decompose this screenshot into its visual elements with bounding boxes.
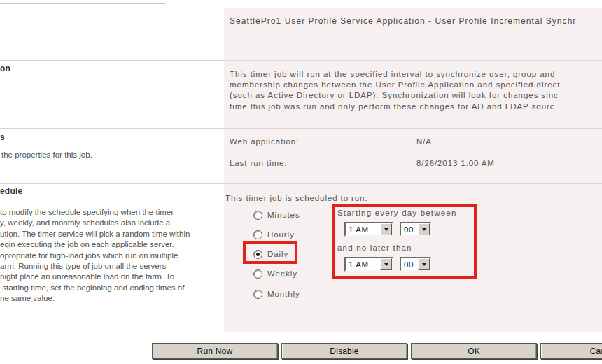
radio-button-icon[interactable] — [253, 230, 262, 239]
schedule-section-description: to modify the schedule specifying when t… — [0, 207, 223, 302]
job-description-line: This timer job will run at the specified… — [230, 69, 560, 80]
properties-section-text: the properties for this job. — [1, 150, 92, 159]
radio-label: Monthly — [267, 290, 300, 298]
last-run-time-label: Last run time: — [230, 159, 287, 167]
job-description-line: (such as Active Directory or LDAP). Sync… — [230, 90, 560, 101]
section-heading-properties: s — [0, 132, 5, 142]
section-separator — [0, 128, 602, 129]
schedule-description-line: starting time, set the beginning and end… — [0, 283, 223, 293]
web-application-label: Web application: — [230, 137, 299, 146]
chevron-down-icon — [422, 263, 426, 266]
chevron-down-icon — [384, 263, 388, 266]
dropdown-arrow-button[interactable] — [418, 258, 430, 270]
schedule-description-line: opropriate for high-load jobs which run … — [0, 251, 223, 261]
radio-button-icon[interactable] — [253, 211, 262, 220]
radio-button-icon[interactable] — [253, 290, 262, 299]
ok-button[interactable]: OK — [411, 343, 537, 359]
radio-option-minutes[interactable]: Minutes — [253, 210, 300, 220]
schedule-intro-text: This timer job is scheduled to run: — [225, 194, 368, 202]
dropdown-arrow-button[interactable] — [380, 223, 392, 235]
job-description-line: time this job was run and only perform t… — [230, 102, 560, 112]
schedule-description-line: egin executing the job on each applicabl… — [0, 239, 223, 250]
section-separator — [0, 183, 602, 184]
end-minute-value: 00 — [401, 260, 418, 269]
schedule-description-line: ne same value. — [0, 293, 223, 302]
vertical-border-fragment — [211, 0, 211, 7]
radio-option-monthly[interactable]: Monthly — [253, 289, 300, 299]
disable-button[interactable]: Disable — [281, 343, 407, 359]
radio-option-hourly[interactable]: Hourly — [253, 230, 295, 239]
radio-label: Weekly — [267, 270, 298, 278]
radio-label: Hourly — [267, 230, 295, 239]
cancel-button[interactable]: Cancel — [540, 343, 602, 359]
start-hour-value: 1 AM — [346, 225, 380, 234]
radio-label: Minutes — [267, 211, 300, 219]
top-border-fragment — [0, 4, 165, 4]
dropdown-arrow-button[interactable] — [380, 258, 392, 270]
end-hour-dropdown[interactable]: 1 AM — [344, 257, 393, 272]
end-minute-dropdown[interactable]: 00 — [400, 257, 431, 272]
edit-timer-job-page: on s the properties for this job. edule … — [0, 0, 602, 364]
schedule-description-line: night place an unreasonable load on the … — [0, 272, 223, 282]
web-application-value: N/A — [416, 137, 432, 146]
schedule-description-line: ution. The timer service will pick a ran… — [0, 229, 223, 239]
daily-highlight-box — [243, 241, 298, 264]
start-minute-dropdown[interactable]: 00 — [400, 222, 431, 237]
section-heading-description: on — [0, 64, 10, 74]
job-title: SeattlePro1 User Profile Service Applica… — [230, 16, 576, 26]
schedule-description-line: arm. Running this type of job on all the… — [0, 261, 223, 272]
start-minute-value: 00 — [401, 225, 418, 234]
chevron-down-icon — [422, 228, 426, 231]
schedule-description-line: y, weekly, and monthly schedules also in… — [0, 218, 223, 228]
start-hour-dropdown[interactable]: 1 AM — [344, 222, 393, 237]
last-run-time-value: 8/26/2013 1:00 AM — [416, 159, 495, 167]
end-hour-value: 1 AM — [346, 260, 380, 269]
chevron-down-icon — [384, 228, 388, 231]
section-separator — [0, 60, 602, 61]
job-description: This timer job will run at the specified… — [230, 69, 560, 112]
radio-option-weekly[interactable]: Weekly — [253, 269, 298, 279]
schedule-description-line: to modify the schedule specifying when t… — [0, 207, 223, 218]
run-now-button[interactable]: Run Now — [152, 343, 278, 359]
property-pane-background — [224, 8, 602, 332]
radio-button-icon[interactable] — [253, 270, 262, 279]
job-description-line: membership changes between the User Prof… — [230, 80, 560, 90]
dropdown-arrow-button[interactable] — [418, 223, 430, 235]
section-heading-schedule: edule — [0, 186, 22, 196]
